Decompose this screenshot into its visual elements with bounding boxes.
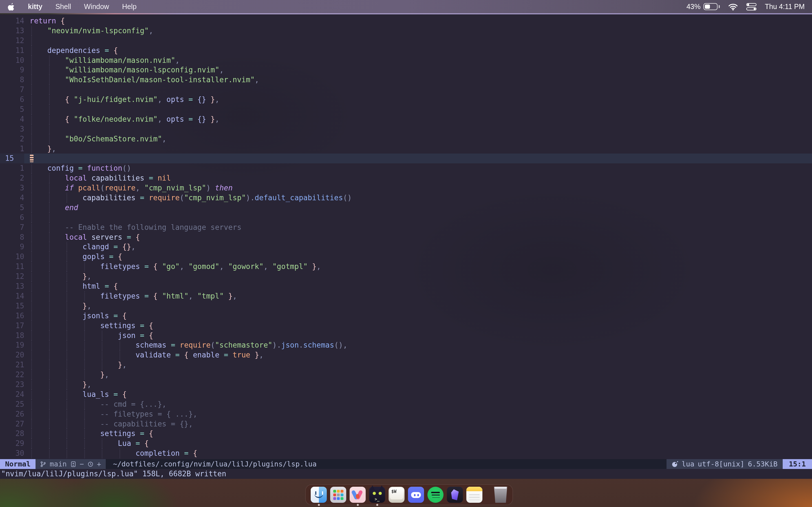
indent-guide (31, 399, 32, 409)
code-line[interactable]: 25 -- cmd = {...}, (0, 399, 812, 409)
code-line[interactable]: 22 }, (0, 370, 812, 380)
indent-guide (31, 272, 32, 281)
command-message-line: "nvim/lua/lilJ/plugins/lsp.lua" 158L, 66… (0, 469, 812, 479)
code-line[interactable]: 8 local servers = { (0, 232, 812, 242)
code-line[interactable]: 4 capabilities = require("cmp_nvim_lsp")… (0, 193, 812, 203)
code-line[interactable]: 6 (0, 213, 812, 223)
code-line[interactable]: 11 dependencies = { (0, 46, 812, 55)
dock-item-finder[interactable] (311, 487, 327, 503)
indent-guide (66, 439, 67, 448)
indent-guide (31, 105, 32, 114)
line-number: 3 (0, 183, 24, 193)
code-line[interactable]: 10 "williamboman/mason.nvim", (0, 55, 812, 65)
indent-guide (49, 85, 50, 95)
dock-item-keycap[interactable]: $W (389, 487, 405, 503)
menu-bar: kitty Shell Window Help 43% Thu 4:11 PM (0, 0, 812, 13)
line-number: 1 (0, 144, 24, 154)
editor-buffer[interactable]: 14return {13 "neovim/nvim-lspconfig",121… (0, 14, 812, 459)
code-line[interactable]: 11 filetypes = { "go", "gomod", "gowork"… (0, 262, 812, 272)
menu-item-help[interactable]: Help (122, 3, 137, 11)
indent-guide (84, 448, 85, 458)
code-line[interactable]: 7 (0, 85, 812, 95)
code-line[interactable]: 17 settings = { (0, 321, 812, 331)
dock-item-kitty[interactable]: >_ (369, 487, 385, 503)
code-line[interactable]: 7 -- Enable the following language serve… (0, 223, 812, 232)
indent-guide (49, 232, 50, 242)
code-line[interactable]: 23 }, (0, 380, 812, 390)
code-line[interactable]: 4 { "folke/neodev.nvim", opts = {} }, (0, 114, 812, 124)
indent-guide (66, 291, 67, 301)
code-line[interactable]: 21 }, (0, 360, 812, 370)
kitty-terminal-window[interactable]: 14return {13 "neovim/nvim-lspconfig",121… (0, 14, 812, 479)
dock-item-spotify[interactable] (427, 487, 444, 503)
indent-guide (31, 163, 32, 173)
line-number: 1 (0, 163, 24, 173)
indent-guide (66, 380, 67, 390)
code-line[interactable]: 28 settings = { (0, 429, 812, 439)
code-line[interactable]: 10 gopls = { (0, 252, 812, 262)
indent-guide (31, 242, 32, 252)
line-number: 11 (0, 46, 24, 55)
dock-item-launchpad[interactable] (330, 487, 346, 503)
indent-guide (49, 311, 50, 321)
menu-item-window[interactable]: Window (84, 3, 109, 11)
code-line[interactable]: 1 }, (0, 144, 812, 154)
code-line[interactable]: 13 html = { (0, 281, 812, 291)
code-line[interactable]: 5 end (0, 203, 812, 213)
code-line-current[interactable]: 15 (0, 154, 812, 163)
code-line[interactable]: 2 local capabilities = nil (0, 173, 812, 183)
menu-item-app-kitty[interactable]: kitty (28, 3, 42, 11)
line-number: 14 (0, 16, 24, 26)
indent-guide (49, 55, 50, 65)
code-line[interactable]: 13 "neovim/nvim-lspconfig", (0, 26, 812, 36)
code-line[interactable]: 19 schemas = require("schemastore").json… (0, 340, 812, 350)
code-line[interactable]: 12 (0, 36, 812, 46)
code-line[interactable]: 6 { "j-hui/fidget.nvim", opts = {} }, (0, 95, 812, 105)
code-line[interactable]: 5 (0, 105, 812, 114)
menu-item-shell[interactable]: Shell (55, 3, 71, 11)
indent-guide (84, 340, 85, 350)
code-line[interactable]: 27 -- capabilities = {}, (0, 419, 812, 429)
filetype-label: lua (682, 460, 695, 468)
dock-item-discord[interactable] (408, 487, 424, 503)
battery-status[interactable]: 43% (687, 3, 720, 11)
line-number: 6 (0, 95, 24, 105)
dock-item-obsidian[interactable] (447, 487, 463, 503)
dock-item-arc[interactable] (350, 487, 366, 503)
indent-guide (49, 183, 50, 193)
control-center-icon[interactable] (746, 3, 756, 10)
indent-guide (31, 75, 32, 85)
code-line[interactable]: 3 if pcall(require, "cmp_nvim_lsp") then (0, 183, 812, 193)
dock-item-notes[interactable] (466, 487, 483, 503)
indent-guide (31, 262, 32, 272)
code-line[interactable]: 1 config = function() (0, 163, 812, 173)
dock-item-trash[interactable] (493, 487, 509, 503)
code-line[interactable]: 15 }, (0, 301, 812, 311)
apple-menu[interactable] (8, 3, 15, 11)
code-line[interactable]: 14return { (0, 16, 812, 26)
code-line[interactable]: 26 -- filetypes = { ...}, (0, 409, 812, 419)
arc-icon (350, 487, 366, 503)
line-number: 23 (0, 380, 24, 390)
indent-guide (49, 399, 50, 409)
code-line[interactable]: 14 filetypes = { "html", "tmpl" }, (0, 291, 812, 301)
code-line[interactable]: 8 "WhoIsSethDaniel/mason-tool-installer.… (0, 75, 812, 85)
code-line[interactable]: 16 jsonls = { (0, 311, 812, 321)
code-line[interactable]: 24 lua_ls = { (0, 390, 812, 399)
wifi-icon[interactable] (728, 3, 738, 10)
indent-guide (31, 439, 32, 448)
code-line[interactable]: 30 completion = { (0, 448, 812, 458)
code-line[interactable]: 2 "b0o/SchemaStore.nvim", (0, 134, 812, 144)
menu-bar-clock[interactable]: Thu 4:11 PM (765, 3, 805, 11)
code-line[interactable]: 20 validate = { enable = true }, (0, 350, 812, 360)
code-line[interactable]: 3 (0, 124, 812, 134)
indent-guide (66, 301, 67, 311)
code-line[interactable]: 9 clangd = {}, (0, 242, 812, 252)
indent-guide (84, 360, 85, 370)
indent-guide (31, 291, 32, 301)
code-line[interactable]: 29 Lua = { (0, 439, 812, 448)
code-line[interactable]: 18 json = { (0, 331, 812, 341)
code-line[interactable]: 12 }, (0, 272, 812, 281)
code-line[interactable]: 9 "williamboman/mason-lspconfig.nvim", (0, 65, 812, 75)
indent-guide (31, 419, 32, 429)
